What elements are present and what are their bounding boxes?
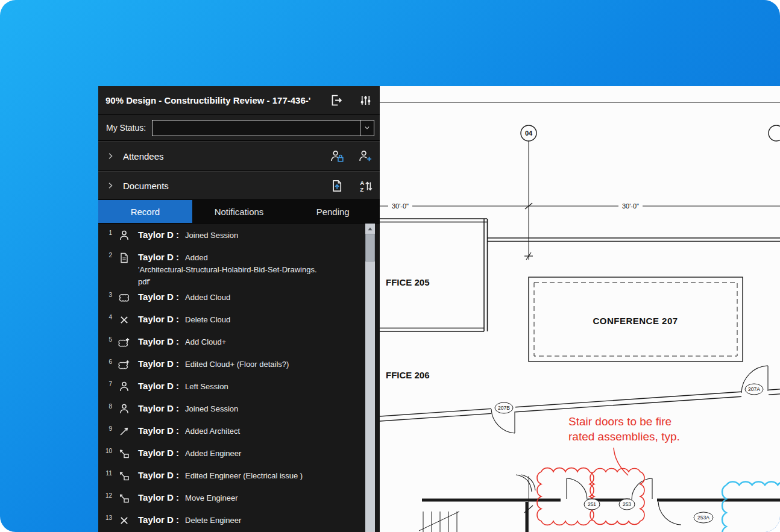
sheet-lines (380, 102, 780, 532)
my-status-input[interactable] (153, 120, 360, 136)
record-action: Add Cloud+ (185, 337, 226, 346)
tab-notifications[interactable]: Notifications (192, 200, 286, 223)
chevron-right-icon (105, 151, 115, 161)
record-item[interactable]: 6Taylor D :Edited Cloud+ (Floor details?… (98, 356, 364, 378)
record-text: Taylor D :Added 'Architectural-Structura… (138, 251, 317, 288)
record-action: Move Engineer (185, 493, 237, 502)
text-markup-line1[interactable]: Stair doors to be fire (568, 415, 671, 428)
record-text: Taylor D :Edited Engineer (Electrical is… (138, 469, 303, 482)
documents-section[interactable]: Documents (98, 171, 380, 200)
my-status-label: My Status: (106, 123, 146, 133)
record-action: Left Session (185, 382, 228, 391)
record-item[interactable]: 3Taylor D :Added Cloud (98, 289, 364, 311)
record-number: 13 (103, 513, 112, 521)
revision-cloud-left[interactable] (537, 468, 594, 525)
record-action: Added Cloud (185, 293, 230, 302)
scrollbar-up-button[interactable] (365, 224, 375, 234)
record-item[interactable]: 11Taylor D :Edited Engineer (Electrical … (98, 468, 364, 490)
record-item[interactable]: 2Taylor D :Added 'Architectural-Structur… (98, 249, 364, 289)
record-user-name: Taylor D : (138, 381, 179, 391)
door-tag-253: 253 (623, 501, 631, 507)
scrollbar-thumb[interactable] (365, 234, 375, 261)
record-user-name: Taylor D : (138, 448, 179, 458)
record-action: Edited Engineer (Electrical issue ) (185, 471, 303, 480)
door-tag-253a: 253A (697, 515, 709, 521)
walls (380, 219, 780, 331)
text-markup-line2[interactable]: rated assemblies, typ. (568, 430, 680, 443)
cloud-icon (118, 292, 130, 304)
room-label-office-206: FFICE 206 (386, 370, 430, 380)
tab-pending[interactable]: Pending (286, 200, 380, 223)
documents-label: Documents (123, 181, 169, 191)
highlight-cloud[interactable] (722, 481, 780, 532)
session-settings-icon[interactable] (359, 93, 373, 107)
stair-lines (419, 512, 459, 532)
record-item[interactable]: 1Taylor D :Joined Session (98, 227, 364, 249)
chevron-right-icon (105, 181, 115, 190)
delete-icon (118, 515, 130, 527)
attendees-section[interactable]: Attendees (98, 141, 380, 171)
session-title: 90% Design - Constructibility Review - 1… (105, 95, 323, 105)
chevron-down-icon (363, 124, 371, 132)
record-number: 7 (103, 380, 112, 387)
person-icon (118, 403, 130, 415)
tab-bar: RecordNotificationsPending (98, 200, 380, 224)
record-item[interactable]: 12Taylor D :Move Engineer (98, 490, 364, 512)
record-action: Delete Engineer (185, 516, 241, 525)
record-number: 4 (103, 313, 112, 321)
record-item[interactable]: 4Taylor D :Delete Cloud (98, 311, 364, 334)
record-user-name: Taylor D : (138, 403, 179, 413)
record-item[interactable]: 5Taylor D :Add Cloud+ (98, 334, 364, 356)
callout-icon (118, 470, 130, 482)
room-label-office-205: FFICE 205 (386, 277, 430, 287)
record-text: Taylor D :Delete Cloud (138, 313, 230, 326)
dimension-label-left: 30'-0" (392, 202, 409, 210)
record-action: Added Engineer (185, 449, 241, 458)
invite-attendee-icon[interactable] (359, 149, 373, 163)
record-item[interactable]: 9Taylor D :Added Architect (98, 423, 364, 445)
record-item[interactable]: 8Taylor D :Joined Session (98, 401, 364, 423)
record-number: 5 (103, 335, 112, 343)
record-scrollbar[interactable] (365, 224, 375, 532)
floorplan-svg: 04 30'-0" 30'-0" FFICE 205 CONFERENCE 20… (380, 86, 780, 532)
delete-icon (118, 314, 130, 326)
record-action: Joined Session (185, 231, 238, 240)
person-icon (118, 230, 130, 242)
record-item[interactable]: 10Taylor D :Added Engineer (98, 445, 364, 468)
restrict-attendees-icon[interactable] (330, 149, 344, 163)
record-text: Taylor D :Joined Session (138, 228, 238, 242)
callout-icon (118, 448, 130, 460)
record-action: Joined Session (185, 404, 238, 413)
floorplan-view[interactable]: 04 30'-0" 30'-0" FFICE 205 CONFERENCE 20… (380, 86, 780, 532)
leave-session-icon[interactable] (329, 93, 343, 107)
record-text: Taylor D :Joined Session (138, 402, 238, 415)
cloud-plus-icon (118, 358, 130, 371)
record-item[interactable]: 7Taylor D :Left Session (98, 378, 364, 401)
door-tag-251: 251 (588, 501, 596, 507)
record-action: Added Architect (185, 427, 240, 436)
tab-record[interactable]: Record (98, 200, 192, 223)
record-user-name: Taylor D : (138, 336, 179, 346)
cloud-plus-icon (118, 336, 130, 348)
arrow-icon (118, 425, 130, 437)
session-header: 90% Design - Constructibility Review - 1… (98, 86, 380, 115)
record-text: Taylor D :Add Cloud+ (138, 335, 226, 348)
sort-az-icon[interactable] (359, 179, 373, 193)
record-user-name: Taylor D : (138, 515, 179, 525)
revision-cloud-right[interactable] (590, 469, 644, 525)
note-leader-line[interactable] (614, 448, 628, 475)
record-user-name: Taylor D : (138, 230, 179, 240)
door-tag-207b: 207B (498, 405, 510, 411)
record-user-name: Taylor D : (138, 252, 179, 262)
studio-session-panel: 90% Design - Constructibility Review - 1… (98, 86, 380, 532)
add-document-icon[interactable] (330, 179, 344, 193)
my-status-dropdown-button[interactable] (360, 120, 374, 136)
callout-icon (118, 492, 130, 504)
grid-bubble-label: 04 (525, 130, 533, 137)
record-user-name: Taylor D : (138, 470, 179, 480)
my-status-dropdown[interactable] (152, 120, 374, 136)
record-item[interactable]: 13Taylor D :Delete Engineer (98, 512, 364, 532)
record-number: 6 (103, 357, 112, 365)
record-user-name: Taylor D : (138, 425, 179, 436)
attendees-label: Attendees (123, 151, 164, 161)
